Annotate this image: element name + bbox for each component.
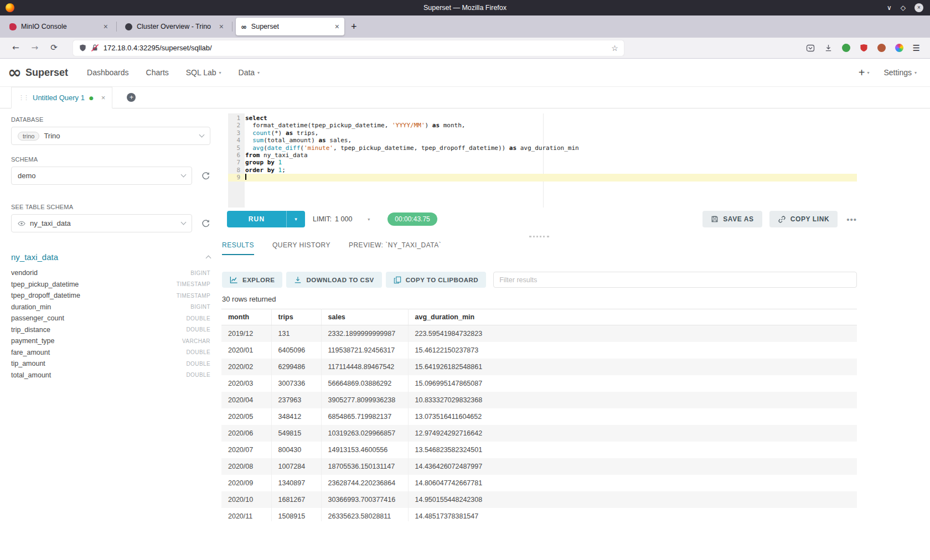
copy-link-button[interactable]: COPY LINK bbox=[769, 211, 838, 227]
pocket-icon[interactable] bbox=[806, 44, 815, 53]
table-row[interactable]: 2019/121312332.1899999999987223.59541984… bbox=[221, 325, 857, 342]
sql-editor[interactable]: 1select2 format_datetime(tpep_pickup_dat… bbox=[228, 113, 857, 208]
extension-brown-icon[interactable] bbox=[877, 44, 886, 52]
maximize-icon[interactable]: ◇ bbox=[901, 4, 906, 12]
add-new-button[interactable]: +▾ bbox=[859, 66, 870, 79]
more-options-icon[interactable]: ••• bbox=[846, 215, 857, 224]
table-row[interactable]: 2020/03300733656664869.0388629215.096995… bbox=[221, 375, 857, 392]
column-item[interactable]: tip_amountDOUBLE bbox=[11, 358, 210, 370]
code-line[interactable]: 7group by 1 bbox=[228, 159, 857, 166]
save-as-button[interactable]: SAVE AS bbox=[702, 211, 762, 227]
table-name-link[interactable]: ny_taxi_data bbox=[11, 252, 58, 262]
run-button[interactable]: RUN bbox=[227, 211, 286, 227]
superset-logo-icon[interactable]: ∞ bbox=[8, 64, 22, 81]
code-line[interactable]: 6from ny_taxi_data bbox=[228, 152, 857, 159]
column-item[interactable]: total_amountDOUBLE bbox=[11, 370, 210, 381]
database-select[interactable]: trino Trino bbox=[11, 127, 210, 145]
close-tab-icon[interactable]: × bbox=[335, 23, 339, 30]
explore-button[interactable]: EXPLORE bbox=[222, 272, 282, 288]
column-item[interactable]: duration_minBIGINT bbox=[11, 302, 210, 313]
code-line[interactable]: 9 bbox=[228, 174, 857, 181]
schema-select[interactable]: demo bbox=[11, 167, 192, 185]
refresh-icon[interactable]: ⟳ bbox=[50, 44, 58, 52]
table-row[interactable]: 2020/08100728418705536.15013114714.43642… bbox=[221, 458, 857, 475]
column-item[interactable]: vendoridBIGINT bbox=[11, 267, 210, 279]
table-row[interactable]: 2020/10168126730366993.70037741614.95015… bbox=[221, 491, 857, 508]
close-tab-icon[interactable]: × bbox=[219, 23, 224, 30]
refresh-tables-icon[interactable] bbox=[201, 219, 210, 228]
download-csv-button[interactable]: DOWNLOAD TO CSV bbox=[286, 272, 381, 288]
add-query-tab-button[interactable]: + bbox=[127, 93, 136, 102]
table-row[interactable]: 2020/026299486117114448.8946754215.64192… bbox=[221, 359, 857, 375]
resize-handle[interactable] bbox=[529, 236, 549, 237]
new-tab-button[interactable]: + bbox=[351, 22, 357, 32]
close-tab-icon[interactable]: × bbox=[104, 23, 108, 30]
table-cell: 2019/12 bbox=[221, 325, 271, 342]
run-options-caret-icon[interactable]: ▾ bbox=[286, 211, 305, 227]
run-button-group[interactable]: RUN ▾ bbox=[227, 211, 305, 227]
copy-clipboard-button[interactable]: COPY TO CLIPBOARD bbox=[386, 272, 486, 288]
tab-query-history[interactable]: QUERY HISTORY bbox=[272, 241, 330, 255]
column-item[interactable]: trip_distanceDOUBLE bbox=[11, 324, 210, 336]
nav-dashboards[interactable]: Dashboards bbox=[87, 68, 129, 77]
code-line[interactable]: 2 format_datetime(tpep_pickup_datetime, … bbox=[228, 122, 857, 129]
table-row[interactable]: 2020/0780043014913153.460055613.54682358… bbox=[221, 442, 857, 458]
url-text[interactable]: 172.18.0.4:32295/superset/sqllab/ bbox=[104, 44, 611, 52]
back-icon[interactable]: ← bbox=[12, 44, 19, 52]
tab-results[interactable]: RESULTS bbox=[222, 241, 254, 255]
extension-pinwheel-icon[interactable] bbox=[895, 44, 903, 52]
table-row[interactable]: 2020/016405096119538721.9245631715.46122… bbox=[221, 342, 857, 359]
minimize-icon[interactable]: ∨ bbox=[887, 4, 892, 12]
code-line[interactable]: 1select bbox=[228, 115, 857, 122]
bookmark-star-icon[interactable]: ☆ bbox=[611, 44, 618, 53]
column-item[interactable]: tpep_dropoff_datetimeTIMESTAMP bbox=[11, 290, 210, 302]
limit-control[interactable]: LIMIT: 1 000 ▾ bbox=[313, 215, 370, 223]
table-schema-header[interactable]: ny_taxi_data bbox=[11, 252, 210, 262]
nav-data[interactable]: Data▾ bbox=[239, 68, 260, 77]
insecure-lock-icon[interactable] bbox=[91, 44, 99, 52]
menu-icon[interactable]: ☰ bbox=[913, 43, 920, 53]
column-item[interactable]: tpep_pickup_datetimeTIMESTAMP bbox=[11, 279, 210, 291]
table-row[interactable]: 2020/11150891526335623.5802881114.485173… bbox=[221, 508, 857, 522]
tab-preview-table[interactable]: PREVIEW: `NY_TAXI_DATA` bbox=[349, 241, 441, 255]
url-field[interactable]: 172.18.0.4:32295/superset/sqllab/ ☆ bbox=[73, 40, 624, 56]
column-type: DOUBLE bbox=[186, 326, 210, 333]
settings-menu[interactable]: Settings▾ bbox=[884, 68, 917, 77]
browser-tab-minio[interactable]: MinIO Console × bbox=[4, 18, 113, 35]
code-line[interactable]: 3 count(*) as trips, bbox=[228, 129, 857, 137]
refresh-schemas-icon[interactable] bbox=[201, 171, 210, 180]
extension-green-icon[interactable] bbox=[842, 44, 850, 52]
column-item[interactable]: fare_amountDOUBLE bbox=[11, 347, 210, 359]
chevron-down-icon: ▾ bbox=[257, 70, 260, 75]
column-item[interactable]: payment_typeVARCHAR bbox=[11, 335, 210, 347]
query-tab-active[interactable]: ⋮⋮ Untitled Query 1 ● × bbox=[11, 87, 112, 108]
close-window-icon[interactable]: × bbox=[914, 3, 923, 12]
chevron-up-icon[interactable] bbox=[206, 256, 211, 261]
drag-handle-icon[interactable]: ⋮⋮ bbox=[18, 94, 28, 101]
column-header[interactable]: sales bbox=[321, 309, 408, 325]
browser-tab-superset[interactable]: ∞ Superset × bbox=[236, 18, 344, 35]
table-select[interactable]: ny_taxi_data bbox=[11, 214, 192, 232]
code-line[interactable]: 4 sum(total_amount) as sales, bbox=[228, 137, 857, 144]
column-header[interactable]: month bbox=[221, 309, 271, 325]
browser-tab-trino[interactable]: Cluster Overview - Trino × bbox=[120, 18, 229, 35]
brand-title[interactable]: Superset bbox=[25, 67, 68, 79]
table-row[interactable]: 2020/09134089723628744.22023686414.80604… bbox=[221, 475, 857, 491]
table-row[interactable]: 2020/053484126854865.71998213713.0735164… bbox=[221, 408, 857, 425]
column-header[interactable]: trips bbox=[271, 309, 321, 325]
extension-shield-icon[interactable] bbox=[860, 44, 868, 52]
download-icon[interactable] bbox=[824, 44, 833, 52]
filter-results-input[interactable] bbox=[493, 272, 857, 288]
forward-icon[interactable]: → bbox=[32, 44, 39, 52]
close-query-tab-icon[interactable]: × bbox=[101, 94, 106, 102]
nav-sql-lab[interactable]: SQL Lab▾ bbox=[186, 68, 221, 77]
table-row[interactable]: 2020/0654981510319263.02996685712.974924… bbox=[221, 425, 857, 442]
column-header[interactable]: avg_duration_min bbox=[408, 309, 857, 325]
code-line[interactable]: 5 avg(date_diff('minute', tpep_pickup_da… bbox=[228, 144, 857, 152]
code-line[interactable]: 8order by 1; bbox=[228, 167, 857, 174]
tracking-shield-icon[interactable] bbox=[79, 44, 87, 52]
column-item[interactable]: passenger_countDOUBLE bbox=[11, 313, 210, 324]
table-row[interactable]: 2020/042379633905277.809993623810.833327… bbox=[221, 392, 857, 408]
nav-charts[interactable]: Charts bbox=[146, 68, 169, 77]
table-cell: 23628744.220236864 bbox=[321, 475, 408, 491]
